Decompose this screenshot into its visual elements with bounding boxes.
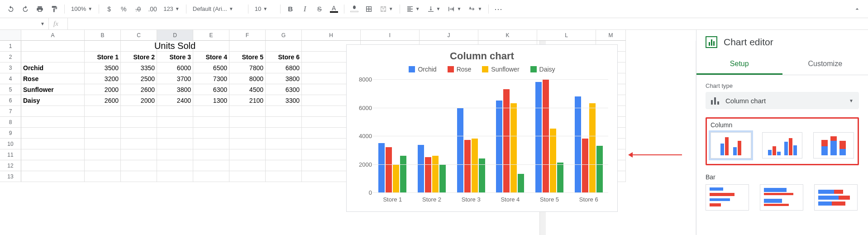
cell[interactable] [121,149,157,160]
cell[interactable] [193,106,229,117]
tab-setup[interactable]: Setup [696,54,782,75]
text-rotation-button[interactable]: ▼ [466,3,485,15]
cell[interactable] [21,117,85,128]
cell[interactable] [193,160,229,171]
cell[interactable]: Daisy [21,95,85,106]
horizontal-align-button[interactable]: ▼ [404,3,423,15]
cell[interactable]: Units Sold [157,41,193,52]
row-header[interactable]: 13 [0,171,21,182]
row-header[interactable]: 12 [0,160,21,171]
select-all-corner[interactable] [0,30,21,41]
cell[interactable] [229,149,266,160]
row-header[interactable]: 1 [0,41,21,52]
cell[interactable]: 2100 [229,95,266,106]
cell[interactable]: 7800 [229,62,266,73]
cell[interactable]: Store 2 [121,52,157,62]
thumb-column-chart[interactable] [711,132,751,158]
cell[interactable] [229,139,266,149]
column-header[interactable]: M [596,30,626,41]
cell[interactable]: Store 4 [193,52,229,62]
undo-button[interactable] [5,3,17,15]
cell[interactable]: Store 1 [85,52,121,62]
cell[interactable] [266,171,302,182]
column-header[interactable]: E [193,30,229,41]
paint-format-button[interactable] [48,3,61,15]
column-header[interactable]: B [85,30,121,41]
strikethrough-button[interactable]: S [313,3,326,15]
borders-button[interactable] [362,3,375,15]
cell[interactable]: 2000 [85,84,121,95]
cell[interactable] [85,41,121,52]
column-header[interactable]: I [361,30,420,41]
thumb-grouped-column[interactable] [762,132,803,158]
text-color-button[interactable]: A [328,3,340,15]
cell[interactable]: 6800 [266,62,302,73]
currency-button[interactable]: $ [103,3,115,15]
cell[interactable]: 3800 [266,73,302,84]
cell[interactable] [121,139,157,149]
cell[interactable] [85,117,121,128]
column-header[interactable]: C [121,30,157,41]
cell[interactable] [85,171,121,182]
cell[interactable] [121,171,157,182]
cell[interactable]: 6500 [193,62,229,73]
cell[interactable]: 1300 [193,95,229,106]
cell[interactable] [157,160,193,171]
cell[interactable] [193,171,229,182]
cell[interactable]: Sunflower [21,84,85,95]
cell[interactable] [193,117,229,128]
embedded-chart[interactable]: Column chart OrchidRoseSunflowerDaisy 02… [346,44,618,212]
cell[interactable] [266,128,302,139]
formula-input[interactable] [68,20,868,27]
column-header[interactable]: D [157,30,193,41]
cell[interactable] [229,117,266,128]
cell[interactable] [21,171,85,182]
cell[interactable] [266,106,302,117]
cell[interactable] [21,139,85,149]
cell[interactable]: 3200 [85,73,121,84]
cell[interactable]: 3300 [266,95,302,106]
column-header[interactable]: K [478,30,537,41]
cell[interactable]: 6000 [157,62,193,73]
name-box[interactable]: ▼ [0,18,49,29]
cell[interactable] [121,41,157,52]
spreadsheet-grid[interactable]: ABCDEFGHIJKLM 1Units Sold2Store 1Store 2… [0,30,696,235]
cell[interactable] [21,41,85,52]
thumb-stacked-column[interactable] [813,132,854,158]
cell[interactable]: Orchid [21,62,85,73]
cell[interactable] [157,149,193,160]
cell[interactable] [85,106,121,117]
thumb-grouped-bar[interactable] [760,184,803,211]
cell[interactable]: 4500 [229,84,266,95]
cell[interactable]: 3500 [85,62,121,73]
cell[interactable]: 3700 [157,73,193,84]
row-header[interactable]: 2 [0,52,21,62]
row-header[interactable]: 6 [0,95,21,106]
cell[interactable] [157,171,193,182]
more-formats-select[interactable]: 123▼ [161,3,182,15]
cell[interactable] [21,160,85,171]
row-header[interactable]: 5 [0,84,21,95]
cell[interactable] [266,160,302,171]
cell[interactable]: 3800 [157,84,193,95]
cell[interactable]: 7300 [193,73,229,84]
row-header[interactable]: 10 [0,139,21,149]
cell[interactable]: Rose [21,73,85,84]
cell[interactable] [85,139,121,149]
row-header[interactable]: 3 [0,62,21,73]
cell[interactable] [121,117,157,128]
percent-button[interactable]: % [117,3,130,15]
cell[interactable] [21,52,85,62]
collapse-toolbar-button[interactable] [851,3,863,15]
cell[interactable] [85,128,121,139]
cell[interactable] [21,106,85,117]
column-header[interactable]: F [229,30,266,41]
cell[interactable] [21,128,85,139]
cell[interactable] [229,171,266,182]
cell[interactable] [266,117,302,128]
cell[interactable]: Store 5 [229,52,266,62]
print-button[interactable] [33,3,46,15]
column-header[interactable]: A [21,30,85,41]
cell[interactable] [157,106,193,117]
fill-color-button[interactable] [348,3,361,15]
